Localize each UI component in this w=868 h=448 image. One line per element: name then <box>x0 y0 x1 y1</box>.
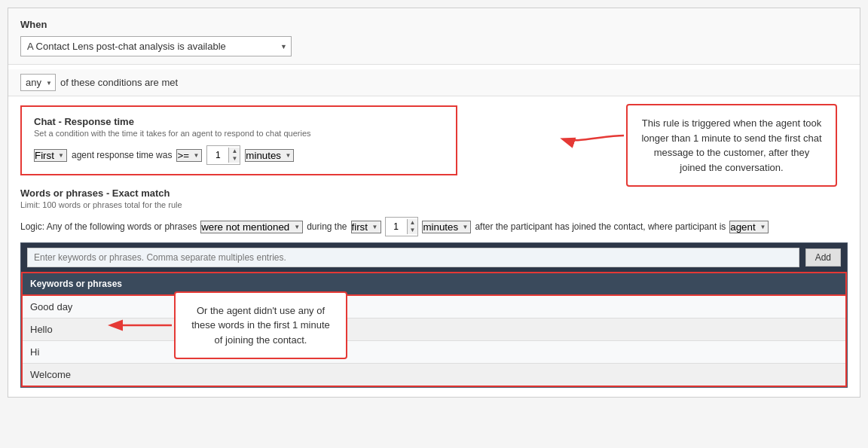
keywords-tbody: Good dayHelloHiWelcome <box>22 295 846 386</box>
participant-dropdown-wrap[interactable]: agent <box>729 221 769 233</box>
any-dropdown-wrap[interactable]: any <box>20 74 56 91</box>
value-input[interactable] <box>207 148 228 162</box>
keywords-column-header: Keywords or phrases <box>22 273 846 295</box>
first-dropdown-wrap[interactable]: First <box>34 149 67 162</box>
conditions-text: of these conditions are met <box>60 77 178 88</box>
main-content: This rule is triggered when the agent to… <box>8 96 860 397</box>
logic-value-input[interactable] <box>386 220 407 233</box>
keyword-cell: Welcome <box>22 364 846 387</box>
value-spinners: ▲ ▼ <box>228 148 240 163</box>
operator-dropdown-wrap[interactable]: >= <box>176 149 202 162</box>
response-time-label: agent response time was <box>72 150 172 160</box>
when-dropdown-wrap[interactable]: A Contact Lens post-chat analysis is ava… <box>20 36 292 56</box>
logic-spinners: ▲ ▼ <box>407 219 418 234</box>
when-section: When A Contact Lens post-chat analysis i… <box>8 8 860 65</box>
logic-value-group[interactable]: ▲ ▼ <box>385 217 419 236</box>
logic-minutes-wrap[interactable]: minutes <box>422 221 471 233</box>
words-phrases-section: Words or phrases - Exact match Limit: 10… <box>20 187 848 388</box>
after-label: after the participant has joined the con… <box>475 221 726 232</box>
tooltip-1-arrow <box>560 128 628 151</box>
tooltip-2-text: Or the agent didn't use any of these wor… <box>191 305 330 346</box>
logic-spinner-down[interactable]: ▼ <box>408 227 418 234</box>
operator-dropdown[interactable]: >= <box>176 149 202 162</box>
main-container: When A Contact Lens post-chat analysis i… <box>8 8 860 398</box>
first2-dropdown[interactable]: first <box>351 221 381 233</box>
chat-response-subtitle: Set a condition with the time it takes f… <box>34 129 444 138</box>
logic-spinner-up[interactable]: ▲ <box>408 219 418 227</box>
chat-response-controls: First agent response time was >= ▲ ▼ <box>34 145 444 165</box>
logic-label: Logic: Any of the following words or phr… <box>20 221 197 232</box>
table-row: Welcome <box>22 364 846 387</box>
logic-minutes-dropdown[interactable]: minutes <box>422 221 471 233</box>
condition-dropdown-wrap[interactable]: were not mentioned <box>200 221 303 233</box>
tooltip-2-arrow <box>108 314 176 337</box>
spinner-up[interactable]: ▲ <box>229 148 240 155</box>
logic-row: Logic: Any of the following words or phr… <box>20 217 848 236</box>
condition-dropdown[interactable]: were not mentioned <box>200 221 303 233</box>
when-label: When <box>20 19 848 30</box>
table-row: Hi <box>22 341 846 364</box>
chat-response-title: Chat - Response time <box>34 116 444 127</box>
keyword-cell: Hi <box>22 341 846 364</box>
table-header-row: Keywords or phrases <box>22 273 846 295</box>
first2-dropdown-wrap[interactable]: first <box>351 221 381 233</box>
keywords-input-row: Add <box>21 243 847 272</box>
tooltip-1-text: This rule is triggered when the agent to… <box>641 117 821 173</box>
chat-response-box: Chat - Response time Set a condition wit… <box>20 105 457 175</box>
participant-dropdown[interactable]: agent <box>729 221 769 233</box>
value-input-group[interactable]: ▲ ▼ <box>206 145 240 165</box>
tooltip-2: Or the agent didn't use any of these wor… <box>174 291 347 360</box>
when-dropdown[interactable]: A Contact Lens post-chat analysis is ava… <box>20 36 292 56</box>
condition-row: any of these conditions are met <box>8 69 860 96</box>
during-label: during the <box>307 221 347 232</box>
tooltip-1: This rule is triggered when the agent to… <box>626 104 837 187</box>
minutes-dropdown-wrap[interactable]: minutes <box>245 149 294 162</box>
first-dropdown[interactable]: First <box>34 149 67 162</box>
keywords-input[interactable] <box>27 248 799 267</box>
any-dropdown[interactable]: any <box>20 74 56 91</box>
minutes-dropdown[interactable]: minutes <box>245 149 294 162</box>
words-phrases-title: Words or phrases - Exact match <box>20 187 848 199</box>
spinner-down[interactable]: ▼ <box>229 155 240 163</box>
words-phrases-subtitle: Limit: 100 words or phrases total for th… <box>20 200 848 209</box>
add-button[interactable]: Add <box>805 248 841 267</box>
